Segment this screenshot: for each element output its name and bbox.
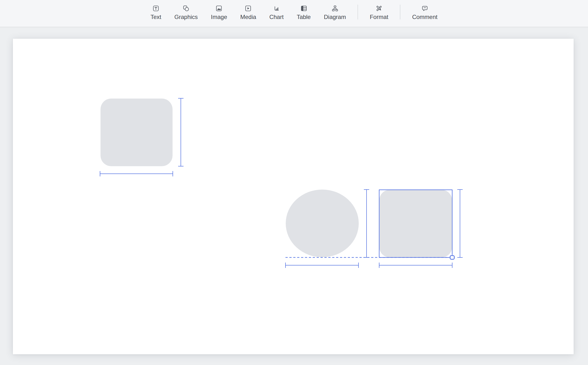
toolbar-item-diagram[interactable]: Diagram [324, 0, 346, 20]
toolbar-item-table[interactable]: Table [297, 0, 311, 20]
circle-shape[interactable] [286, 190, 359, 257]
resize-handle[interactable] [450, 255, 455, 260]
toolbar-label: Chart [269, 14, 284, 20]
toolbar-item-format[interactable]: Format [370, 0, 388, 20]
toolbar-label: Format [370, 14, 388, 20]
toolbar-label: Comment [412, 14, 437, 20]
app-window: { "app": { "accent": "#5271e2", "shape_f… [0, 0, 588, 365]
diagram-icon [332, 5, 338, 12]
toolbar-divider [358, 5, 358, 19]
toolbar-label: Media [240, 14, 256, 20]
comment-icon [422, 5, 428, 12]
toolbar-label: Table [297, 14, 311, 20]
toolbar-label: Diagram [324, 14, 346, 20]
toolbar-label: Text [151, 14, 161, 20]
toolbar-item-graphics[interactable]: Graphics [175, 0, 198, 20]
toolbar-item-text[interactable]: Text [151, 0, 161, 20]
toolbar-item-media[interactable]: Media [240, 0, 256, 20]
graphics-icon [183, 5, 189, 12]
toolbar-item-image[interactable]: Image [211, 0, 227, 20]
table-icon [301, 5, 307, 12]
rounded-square-shape[interactable] [101, 99, 173, 166]
alignment-guides-overlay [13, 39, 574, 354]
media-icon [245, 5, 251, 12]
text-icon [153, 5, 159, 12]
toolbar-label: Image [211, 14, 227, 20]
toolbar-divider [400, 5, 400, 19]
toolbar-label: Graphics [175, 14, 198, 20]
image-icon [216, 5, 222, 12]
selected-rounded-square-shape[interactable] [379, 190, 452, 257]
toolbar-item-comment[interactable]: Comment [412, 0, 437, 20]
chart-icon [273, 5, 280, 12]
document-canvas[interactable] [13, 39, 574, 354]
toolbar-item-chart[interactable]: Chart [269, 0, 284, 20]
toolbar: Text Graphics Image Media Chart [0, 0, 588, 27]
format-icon [376, 5, 382, 12]
